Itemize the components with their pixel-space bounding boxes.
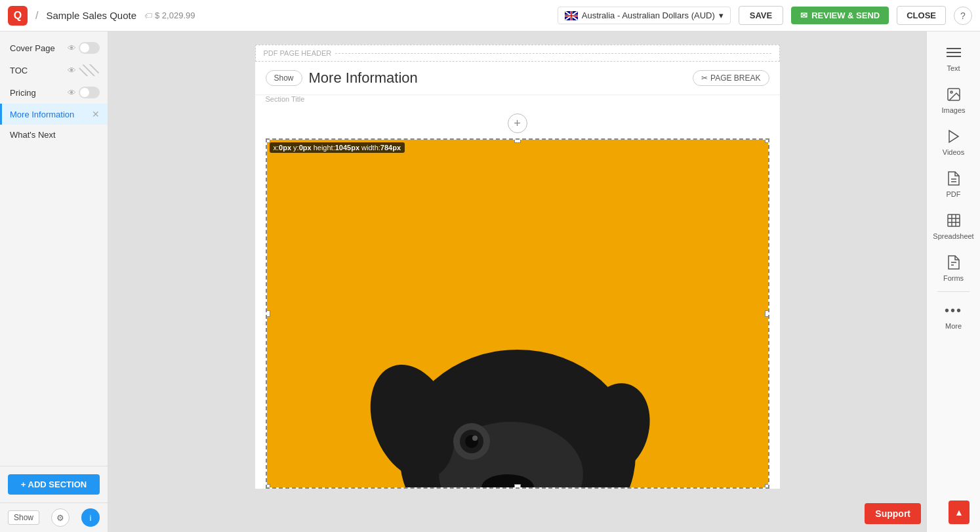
forms-icon — [945, 253, 963, 272]
locale-selector[interactable]: Australia - Australian Dollars (AUD) ▾ — [558, 7, 731, 24]
page-break-button[interactable]: ✂ PAGE BREAK — [693, 70, 769, 86]
sidebar-item-images[interactable]: Images — [927, 79, 980, 121]
flag-icon — [565, 11, 578, 20]
coord-w-value: 784px — [380, 144, 401, 152]
videos-label: Videos — [943, 148, 964, 156]
left-sidebar: Cover Page 👁 TOC 👁 Pricing — [0, 31, 108, 532]
sidebar-item-more-information[interactable]: More Information ✕ — [0, 104, 108, 125]
eye-icon-pricing[interactable]: 👁 — [68, 88, 76, 98]
dog-svg — [268, 140, 767, 487]
close-section-icon[interactable]: ✕ — [92, 109, 100, 119]
sidebar-item-more[interactable]: ••• More — [927, 295, 980, 337]
resize-handle-tm[interactable] — [514, 138, 521, 143]
info-icon-button[interactable]: i — [81, 508, 100, 527]
coord-x-label: x: — [274, 144, 279, 152]
app-logo[interactable]: Q — [8, 6, 28, 26]
coord-h-value: 1045px — [335, 144, 359, 152]
more-label: More — [945, 322, 962, 330]
images-icon — [945, 85, 963, 104]
resize-handle-mr[interactable] — [765, 310, 769, 317]
expand-support-button[interactable]: ▲ — [949, 501, 970, 524]
sidebar-footer: Show ⚙ i — [0, 502, 108, 532]
document-page: PDF PAGE HEADER Show More Information ✂ … — [255, 45, 780, 489]
canvas-area[interactable]: PDF PAGE HEADER Show More Information ✂ … — [108, 31, 926, 532]
sidebar-item-pricing[interactable]: Pricing 👁 — [0, 81, 108, 104]
text-label: Text — [947, 64, 960, 72]
coord-w-label: width: — [361, 144, 380, 152]
add-section-button[interactable]: + ADD SECTION — [8, 474, 100, 495]
coord-x-value: 0px — [279, 144, 291, 152]
spreadsheet-icon — [945, 211, 963, 230]
sidebar-item-text[interactable]: Text — [927, 37, 980, 79]
sidebar-bottom: + ADD SECTION — [0, 466, 108, 502]
svg-rect-22 — [948, 215, 960, 226]
section-label: Section Title — [255, 95, 780, 108]
more-icon: ••• — [945, 301, 963, 319]
info-icon: i — [90, 513, 92, 523]
resize-handle-ml[interactable] — [266, 310, 270, 317]
text-icon — [945, 43, 963, 62]
document-title: Sample Sales Quote — [46, 10, 136, 21]
section-title: More Information — [309, 70, 686, 87]
sidebar-item-whats-next[interactable]: What's Next — [0, 125, 108, 145]
image-coords-overlay: x:0px y:0px height:1045px width:784px — [270, 142, 405, 153]
pdf-header-bar: PDF PAGE HEADER — [255, 45, 780, 62]
image-block[interactable]: x:0px y:0px height:1045px width:784px — [266, 138, 769, 489]
coord-y-label: y: — [293, 144, 299, 152]
price-display: 🏷 $ 2,029.99 — [144, 10, 195, 20]
locale-chevron-icon: ▾ — [719, 10, 724, 20]
sidebar-item-forms[interactable]: Forms — [927, 247, 980, 289]
show-toggle-button[interactable]: Show — [266, 70, 302, 86]
save-button[interactable]: SAVE — [739, 6, 783, 25]
gear-icon: ⚙ — [56, 513, 64, 523]
section-header: Show More Information ✂ PAGE BREAK — [255, 62, 780, 95]
resize-handle-bl[interactable] — [266, 484, 270, 489]
chevron-up-icon: ▲ — [954, 507, 964, 518]
pdf-icon — [945, 169, 963, 188]
price-value: $ 2,029.99 — [155, 10, 195, 20]
show-section-tabs-button[interactable]: Show — [8, 510, 39, 525]
svg-marker-19 — [949, 131, 958, 142]
pdf-label: PDF — [947, 190, 961, 198]
resize-handle-bm[interactable] — [514, 484, 521, 489]
sidebar-item-cover-page[interactable]: Cover Page 👁 — [0, 37, 108, 59]
scissors-icon: ✂ — [701, 73, 708, 83]
breadcrumb-slash: / — [35, 10, 38, 22]
sidebar-item-spreadsheet[interactable]: Spreadsheet — [927, 205, 980, 247]
sidebar-divider — [937, 291, 970, 292]
toggle-pricing[interactable] — [79, 87, 100, 98]
main-layout: Cover Page 👁 TOC 👁 Pricing — [0, 31, 980, 532]
price-tag-icon: 🏷 — [144, 11, 152, 20]
videos-icon — [945, 127, 963, 146]
toggle-cover-page[interactable] — [79, 42, 100, 54]
svg-point-18 — [950, 91, 952, 93]
help-button[interactable]: ? — [954, 7, 972, 25]
eye-icon-toc[interactable]: 👁 — [68, 66, 76, 75]
sidebar-item-pdf[interactable]: PDF — [927, 163, 980, 205]
resize-handle-tr[interactable] — [765, 138, 769, 143]
eye-icon-cover[interactable]: 👁 — [68, 43, 76, 53]
svg-point-15 — [472, 436, 478, 441]
resize-handle-tl[interactable] — [266, 138, 270, 143]
sidebar-item-videos[interactable]: Videos — [927, 121, 980, 163]
sidebar-item-toc[interactable]: TOC 👁 — [0, 59, 108, 81]
forms-label: Forms — [943, 274, 964, 282]
resize-handle-br[interactable] — [765, 484, 769, 489]
settings-icon-button[interactable]: ⚙ — [51, 508, 70, 527]
coord-y-value: 0px — [299, 144, 312, 152]
support-button[interactable]: Support — [865, 503, 921, 524]
send-icon: ✉ — [800, 10, 807, 20]
images-label: Images — [941, 106, 965, 114]
dog-image — [267, 140, 768, 487]
close-button[interactable]: CLOSE — [897, 6, 946, 25]
pdf-header-label: PDF PAGE HEADER — [264, 49, 332, 57]
text-lines-icon — [947, 48, 961, 57]
topbar: Q / Sample Sales Quote 🏷 $ 2,029.99 Aust… — [0, 0, 980, 31]
spreadsheet-label: Spreadsheet — [933, 232, 973, 240]
add-block-button[interactable]: + — [508, 113, 527, 133]
right-sidebar: Text Images Videos — [926, 31, 980, 532]
sidebar-section-list: Cover Page 👁 TOC 👁 Pricing — [0, 31, 108, 466]
toggle-toc[interactable] — [79, 64, 100, 76]
locale-label: Australia - Australian Dollars (AUD) — [582, 10, 715, 20]
review-send-button[interactable]: ✉ REVIEW & SEND — [791, 7, 889, 24]
